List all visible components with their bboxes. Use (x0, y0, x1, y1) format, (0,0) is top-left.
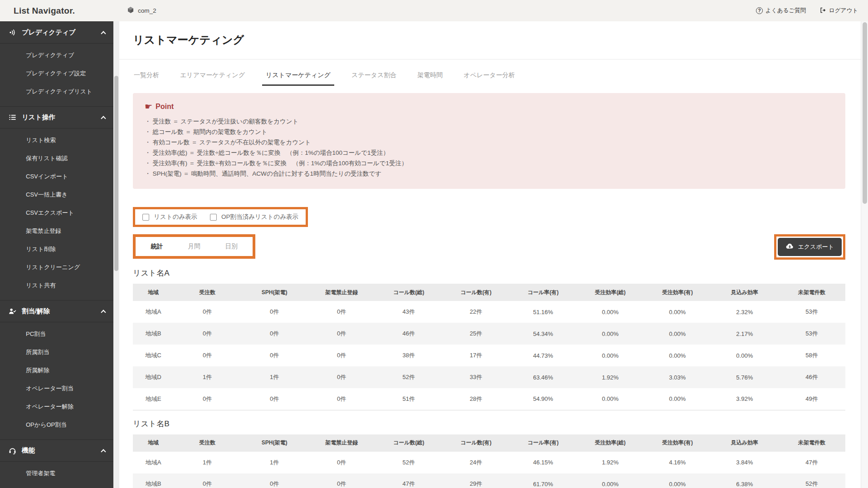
column-header: SPH(架電) (241, 284, 308, 301)
topbar-right: ? よくあるご質問 ログアウト (756, 7, 868, 15)
workspace-name: com_2 (138, 7, 156, 14)
tab-架電時間[interactable]: 架電時間 (416, 71, 444, 86)
table-row: 地域A0件0件0件43件22件51.16%0.00%0.00%2.32%53件 (133, 301, 845, 323)
sidebar-item[interactable]: 所属解除 (0, 361, 113, 380)
table-row: 地域B0件0件0件46件25件54.34%0.00%0.00%2.17%53件 (133, 323, 845, 345)
point-list: 受注数 ＝ ステータスが受注扱いの顧客数をカウント総コール数 ＝ 期間内の架電数… (145, 116, 834, 179)
page-scrollbar-thumb[interactable] (863, 22, 867, 204)
point-bullet: 受注効率(有) ＝ 受注数÷有効コール数を％に変換 （例：1%の場合100有効コ… (145, 158, 834, 168)
value-cell: 1件 (174, 366, 241, 388)
point-bullet: SPH(架電) ＝ 鳴動時間、通話時間、ACWの合計に対する1時間当たりの受注数… (145, 168, 834, 179)
value-cell: 38件 (375, 345, 442, 366)
value-cell: 0件 (308, 473, 375, 488)
view-tab-統計[interactable]: 統計 (138, 242, 176, 251)
sidebar-item[interactable]: プレディクティブ (0, 46, 113, 64)
checkbox-icon[interactable] (142, 214, 149, 221)
sidebar-item[interactable]: リスト共有 (0, 276, 113, 295)
tab-リストマーケティング[interactable]: リストマーケティング (265, 71, 332, 86)
sidebar-item[interactable]: 所属割当 (0, 343, 113, 361)
column-header: コール数(有) (442, 434, 509, 452)
list-table-title: リスト名A (133, 268, 845, 278)
value-cell: 52件 (375, 366, 442, 388)
sidebar-scrollbar-track (113, 21, 119, 488)
column-header: 受注効率(有) (644, 434, 711, 452)
value-cell: 0.00% (577, 388, 644, 410)
tab-一覧分析[interactable]: 一覧分析 (133, 71, 160, 86)
column-header: 架電禁止登録 (308, 434, 375, 452)
view-tab-日別[interactable]: 日別 (213, 242, 250, 251)
sidebar-item[interactable]: 管理者架電 (0, 464, 113, 483)
sidebar-item[interactable]: OPからOP割当 (0, 416, 113, 434)
cube-icon (127, 6, 134, 15)
point-title-text: Point (156, 103, 174, 111)
sidebar-section-items: プレディクティブプレディクティブ設定プレディクティブリスト (0, 44, 113, 106)
filter-checkbox-item[interactable]: OP割当済みリストのみ表示 (210, 213, 298, 221)
filter-checkbox-group: リストのみ表示OP割当済みリストのみ表示 (133, 207, 308, 227)
controls-row: 統計月間日別 エクスポート (133, 234, 845, 260)
value-cell: 0件 (174, 323, 241, 345)
tab-オペレーター分析[interactable]: オペレーター分析 (463, 71, 516, 86)
sidebar-item[interactable]: PC割当 (0, 325, 113, 343)
sidebar-item[interactable]: CSVエクスポート (0, 204, 113, 222)
value-cell: 53件 (778, 323, 845, 345)
logout-label: ログアウト (829, 7, 858, 15)
value-cell: 1件 (241, 366, 308, 388)
sidebar-item[interactable]: リスト検索 (0, 131, 113, 149)
app-logo: List Navigator. (0, 6, 113, 16)
tab-ステータス割合[interactable]: ステータス割合 (351, 71, 397, 86)
view-tab-月間[interactable]: 月間 (176, 242, 213, 251)
value-cell: 0.00% (644, 473, 711, 488)
filter-checkbox-item[interactable]: リストのみ表示 (142, 213, 197, 221)
sidebar-item[interactable]: オペレーター解除 (0, 398, 113, 416)
value-cell: 0.00% (644, 323, 711, 345)
sidebar-section-label: 割当/解除 (22, 307, 50, 315)
sidebar-section-items: リスト検索保有リスト確認CSVインポートCSV一括上書きCSVエクスポート架電禁… (0, 128, 113, 300)
value-cell: 52件 (375, 452, 442, 473)
column-header: コール数(総) (375, 434, 442, 452)
logout-link[interactable]: ログアウト (819, 7, 858, 15)
sidebar-item[interactable]: CSV一括上書き (0, 186, 113, 204)
sidebar-section-header[interactable]: プレディクティブ (0, 21, 113, 44)
headset-icon (8, 446, 22, 455)
value-cell: 49件 (778, 388, 845, 410)
checkbox-icon[interactable] (210, 214, 217, 221)
value-cell: 51件 (375, 388, 442, 410)
sidebar-item[interactable]: CSVインポート (0, 168, 113, 186)
value-cell: 0.00% (577, 345, 644, 366)
sidebar-item[interactable]: オペレーター割当 (0, 380, 113, 398)
value-cell: 6.38% (711, 473, 778, 488)
column-header: コール率(有) (509, 284, 576, 301)
sidebar-item[interactable]: プレディクティブ設定 (0, 64, 113, 83)
sidebar-item[interactable]: 保有リスト確認 (0, 149, 113, 168)
value-cell: 0.00% (644, 345, 711, 366)
export-button-label: エクスポート (798, 243, 834, 251)
sidebar-section-header[interactable]: リスト操作 (0, 106, 113, 128)
sidebar-item[interactable]: リスト削除 (0, 240, 113, 258)
region-cell: 地域C (133, 345, 174, 366)
topbar: List Navigator. com_2 ? よくあるご質問 ログアウト (0, 0, 868, 21)
value-cell: 3.03% (644, 366, 711, 388)
sidebar-scrollbar-thumb[interactable] (114, 76, 118, 271)
value-cell: 0件 (241, 388, 308, 410)
sidebar-section-header[interactable]: 割当/解除 (0, 300, 113, 322)
region-cell: 地域B (133, 473, 174, 488)
column-header: 受注数 (174, 284, 241, 301)
checkbox-label: リストのみ表示 (154, 213, 197, 221)
value-cell: 43件 (375, 301, 442, 323)
sidebar-section-label: リスト操作 (22, 113, 55, 122)
value-cell: 0件 (241, 301, 308, 323)
column-header: 見込み効率 (711, 284, 778, 301)
value-cell: 54.34% (509, 323, 576, 345)
value-cell: 0件 (308, 366, 375, 388)
export-button[interactable]: エクスポート (778, 238, 842, 256)
sidebar-section-header[interactable]: 機能 (0, 439, 113, 462)
region-cell: 地域B (133, 323, 174, 345)
chevron-up-icon (101, 31, 106, 36)
sidebar-item[interactable]: 架電禁止登録 (0, 222, 113, 240)
table-header-row: 地域受注数SPH(架電)架電禁止登録コール数(総)コール数(有)コール率(有)受… (133, 434, 845, 452)
logout-icon (819, 7, 826, 15)
tab-エリアマーケティング[interactable]: エリアマーケティング (179, 71, 246, 86)
sidebar-item[interactable]: リストクリーニング (0, 258, 113, 276)
faq-link[interactable]: ? よくあるご質問 (756, 7, 806, 15)
sidebar-item[interactable]: プレディクティブリスト (0, 83, 113, 101)
